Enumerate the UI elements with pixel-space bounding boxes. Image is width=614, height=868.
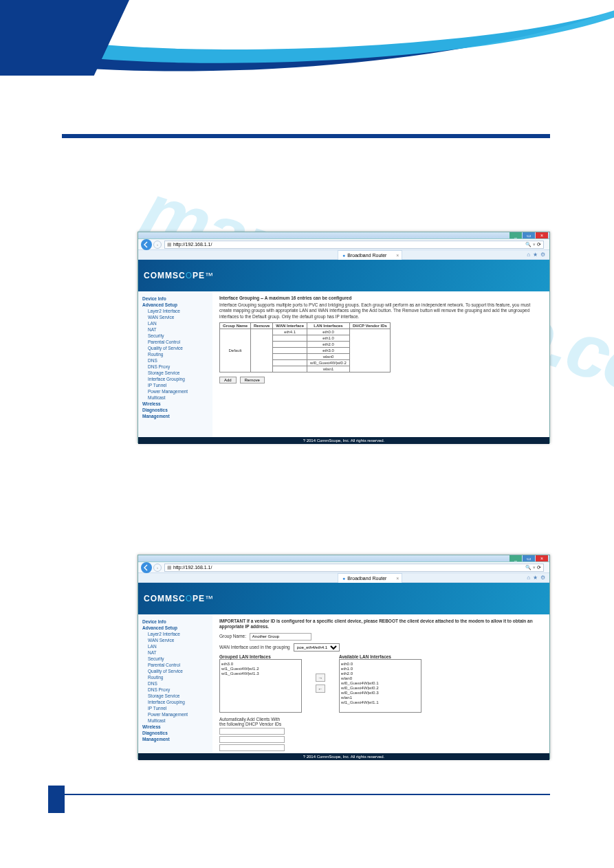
page-icon: ▦ <box>167 565 172 570</box>
sidebar-item[interactable]: Parental Control <box>141 339 210 345</box>
back-button[interactable] <box>141 562 152 573</box>
settings-icon[interactable]: ⚙ <box>540 575 545 581</box>
sidebar-item[interactable]: Routing <box>141 674 210 680</box>
home-icon[interactable]: ⌂ <box>527 575 530 581</box>
window-titlebar: _ ▭ × <box>138 232 549 239</box>
site-url: www.ubiquoss.com <box>558 4 604 10</box>
move-right-button[interactable]: → <box>316 674 325 682</box>
sidebar-item[interactable]: LAN <box>141 643 210 649</box>
sidebar-item[interactable]: Interface Grouping <box>141 699 210 705</box>
sidebar-item[interactable]: Device Info <box>141 619 210 625</box>
router-footer: ? 2014 CommScope, Inc. All rights reserv… <box>138 753 549 760</box>
window-maximize-button[interactable]: ▭ <box>523 232 535 238</box>
vendor-id-input[interactable] <box>219 728 285 735</box>
tab-title: Broadband Router <box>347 576 386 581</box>
sidebar-item[interactable]: Parental Control <box>141 662 210 668</box>
settings-icon[interactable]: ⚙ <box>540 252 545 258</box>
add-button[interactable]: Add <box>219 377 237 383</box>
commscope-logo: COMMSCOPE™ <box>144 594 214 603</box>
available-lan-listbox[interactable]: eth0.0 eth1.0 eth2.0 wlan0 wl0_Guest4W|w… <box>339 659 421 713</box>
sidebar-item[interactable]: WAN Service <box>141 637 210 643</box>
sidebar-item[interactable]: DNS <box>141 680 210 687</box>
sidebar-item[interactable]: Management <box>141 413 210 419</box>
commscope-logo: COMMSCOPE™ <box>144 271 214 280</box>
content-area: Interface Grouping -- A maximum 16 entri… <box>212 291 549 437</box>
sidebar-item[interactable]: Routing <box>141 351 210 357</box>
sidebar-item[interactable]: Quality of Service <box>141 668 210 674</box>
move-left-button[interactable]: ← <box>316 685 325 693</box>
sidebar-item[interactable]: LAN <box>141 320 210 326</box>
wan-cell <box>273 360 307 366</box>
forward-button[interactable]: › <box>153 564 162 572</box>
sidebar-item[interactable]: WAN Service <box>141 314 210 320</box>
refresh-icon[interactable]: ⟳ <box>537 565 541 570</box>
window-minimize-button[interactable]: _ <box>509 232 522 238</box>
sidebar-item[interactable]: Diagnostics <box>141 407 210 413</box>
forward-button[interactable]: › <box>153 241 162 249</box>
sidebar-item[interactable]: Management <box>141 736 210 742</box>
sidebar-item[interactable]: Device Info <box>141 296 210 302</box>
sidebar-item[interactable]: Security <box>141 656 210 662</box>
sidebar-nav: Device InfoAdvanced SetupLayer2 Interfac… <box>138 614 212 753</box>
lan-cell: wlan0 <box>307 354 350 360</box>
section-rule <box>62 134 550 138</box>
grouped-lan-listbox[interactable]: eth3.0 wl1_Guest4W|wl1.2 wl1_Guest4W|wl1… <box>219 659 302 713</box>
url-text: http://192.168.1.1/ <box>173 242 212 247</box>
vendor-id-input[interactable] <box>219 744 285 751</box>
sidebar-item[interactable]: DNS <box>141 357 210 364</box>
sidebar-item[interactable]: Storage Service <box>141 370 210 376</box>
vendor-id-label-1: Automatically Add Clients With <box>219 717 542 722</box>
wan-cell: eth4.1 <box>273 329 307 335</box>
sidebar-item[interactable]: IP Tunnel <box>141 705 210 711</box>
lan-cell: wlan1 <box>307 366 350 372</box>
tab-broadband-router[interactable]: ● Broadband Router × <box>338 250 402 260</box>
wan-cell <box>273 342 307 348</box>
favorites-icon[interactable]: ★ <box>533 252 538 258</box>
sidebar-item[interactable]: NAT <box>141 649 210 656</box>
window-maximize-button[interactable]: ▭ <box>523 555 535 561</box>
sidebar-item[interactable]: Multicast <box>141 717 210 724</box>
sidebar-item[interactable]: Multicast <box>141 394 210 401</box>
window-close-button[interactable]: × <box>536 232 548 238</box>
sidebar-item[interactable]: DNS Proxy <box>141 364 210 370</box>
group-name-cell: Default <box>220 329 251 372</box>
sidebar-item[interactable]: Layer2 Interface <box>141 631 210 637</box>
sidebar-item[interactable]: Power Management <box>141 388 210 394</box>
vendor-id-input[interactable] <box>219 736 285 743</box>
page-icon: ▦ <box>167 242 172 247</box>
sidebar-item[interactable]: Power Management <box>141 711 210 717</box>
sidebar-item[interactable]: Security <box>141 333 210 339</box>
sidebar-item[interactable]: Interface Grouping <box>141 376 210 382</box>
home-icon[interactable]: ⌂ <box>527 252 530 258</box>
sidebar-item[interactable]: IP Tunnel <box>141 382 210 388</box>
group-name-label: Group Name: <box>219 634 246 638</box>
sidebar-item[interactable]: Quality of Service <box>141 345 210 351</box>
back-button[interactable] <box>141 239 152 250</box>
tab-close-button[interactable]: × <box>396 576 399 581</box>
sidebar-item[interactable]: DNS Proxy <box>141 687 210 693</box>
tab-close-button[interactable]: × <box>396 253 399 258</box>
interface-grouping-table: Group NameRemoveWAN InterfaceLAN Interfa… <box>219 322 391 372</box>
sidebar-item[interactable]: NAT <box>141 326 210 333</box>
sidebar-item[interactable]: Wireless <box>141 401 210 407</box>
refresh-icon[interactable]: ⟳ <box>537 242 541 247</box>
sidebar-item[interactable]: Storage Service <box>141 693 210 699</box>
sidebar-item[interactable]: Advanced Setup <box>141 625 210 631</box>
group-name-input[interactable] <box>250 633 311 641</box>
address-bar[interactable]: ▦ http://192.168.1.1/ 🔍 ▾ ⟳ <box>164 564 544 572</box>
sidebar-item[interactable]: Layer2 Interface <box>141 308 210 314</box>
wan-interface-label: WAN Interface used in the grouping <box>219 645 290 649</box>
sidebar-item[interactable]: Advanced Setup <box>141 302 210 308</box>
content-description: Interface Grouping supports multiple por… <box>219 302 542 320</box>
remove-button[interactable]: Remove <box>240 377 265 383</box>
sidebar-nav: Device InfoAdvanced SetupLayer2 Interfac… <box>138 291 212 437</box>
window-minimize-button[interactable]: _ <box>509 555 522 561</box>
search-icon: 🔍 <box>525 565 531 570</box>
address-bar[interactable]: ▦ http://192.168.1.1/ 🔍 ▾ ⟳ <box>164 241 544 249</box>
sidebar-item[interactable]: Diagnostics <box>141 730 210 736</box>
window-close-button[interactable]: × <box>536 555 548 561</box>
sidebar-item[interactable]: Wireless <box>141 724 210 730</box>
tab-broadband-router[interactable]: ● Broadband Router × <box>338 573 402 583</box>
favorites-icon[interactable]: ★ <box>533 575 538 581</box>
wan-interface-select[interactable]: poe_eth4/eth4.1 <box>294 643 340 652</box>
